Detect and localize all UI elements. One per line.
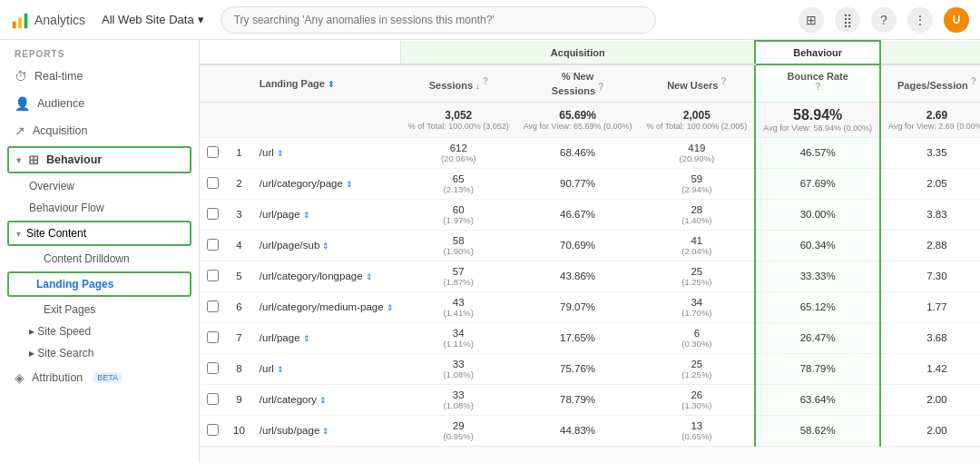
pct-new-help-icon[interactable]: ? xyxy=(598,82,603,92)
row-pages-2: 3.83 xyxy=(880,199,980,230)
table-body: 1 /url ⇕ 612 (20.06%) 68.46% 419 (20.90%… xyxy=(200,137,980,446)
behaviour-group-header: Behaviour xyxy=(755,41,880,64)
row-rank-8: 9 xyxy=(226,384,252,415)
row-checkbox-4[interactable] xyxy=(200,261,226,291)
app-name: Analytics xyxy=(34,13,85,27)
row-page-2[interactable]: /url/page ⇕ xyxy=(252,199,401,230)
app-logo: Analytics xyxy=(11,10,85,30)
summary-sessions: 3,052 % of Total: 100.00% (3,052) xyxy=(401,102,516,137)
bounce-rate-help-icon[interactable]: ? xyxy=(815,82,820,92)
row-checkbox-8[interactable] xyxy=(200,384,226,415)
row-page-sort-icon-0: ⇕ xyxy=(277,149,284,158)
svg-rect-2 xyxy=(24,13,28,28)
row-checkbox-0[interactable] xyxy=(200,137,226,168)
row-bounce-6: 26.47% xyxy=(755,322,880,353)
row-checkbox-2[interactable] xyxy=(200,199,226,230)
row-page-5[interactable]: /url/category/medium-page ⇕ xyxy=(252,291,401,322)
summary-pct-new: 65.69% Avg for View: 65.69% (0.00%) xyxy=(516,102,640,137)
sidebar-item-content-drilldown[interactable]: Content Drilldown xyxy=(0,248,199,270)
row-pct-new-2: 46.67% xyxy=(516,199,640,230)
summary-row: 3,052 % of Total: 100.00% (3,052) 65.69%… xyxy=(200,102,980,137)
row-checkbox-1[interactable] xyxy=(200,168,226,199)
row-checkbox-9[interactable] xyxy=(200,415,226,446)
row-page-sort-icon-4: ⇕ xyxy=(366,272,373,281)
checkbox-header xyxy=(200,64,226,102)
row-sessions-4: 57 (1.87%) xyxy=(401,261,516,291)
row-page-sort-icon-2: ⇕ xyxy=(303,211,310,220)
sidebar-label-landing-pages: Landing Pages xyxy=(36,278,113,291)
row-rank-0: 1 xyxy=(226,137,252,168)
sidebar-item-acquisition[interactable]: ↗ Acquisition xyxy=(0,117,199,144)
row-page-0[interactable]: /url ⇕ xyxy=(252,137,401,168)
row-rank-3: 4 xyxy=(226,230,252,261)
row-page-9[interactable]: /url/sub/page ⇕ xyxy=(252,415,401,446)
sessions-help-icon[interactable]: ? xyxy=(483,76,488,86)
audience-icon: 👤 xyxy=(15,96,30,111)
table-row: 1 /url ⇕ 612 (20.06%) 68.46% 419 (20.90%… xyxy=(200,137,980,168)
bounce-rate-header[interactable]: Bounce Rate ? xyxy=(755,64,880,102)
row-page-7[interactable]: /url ⇕ xyxy=(252,353,401,384)
row-sessions-0: 612 (20.06%) xyxy=(401,137,516,168)
beta-badge: BETA xyxy=(93,372,122,383)
sidebar-item-overview[interactable]: Overview xyxy=(0,175,199,197)
row-new-users-4: 25 (1.25%) xyxy=(639,261,755,291)
row-sessions-9: 29 (0.95%) xyxy=(401,415,516,446)
row-pages-5: 1.77 xyxy=(880,291,980,322)
pct-new-sessions-header[interactable]: % NewSessions ? xyxy=(516,64,640,102)
row-pages-8: 2.00 xyxy=(880,384,980,415)
row-bounce-2: 30.00% xyxy=(755,199,880,230)
user-avatar[interactable]: U xyxy=(944,7,969,33)
row-rank-6: 7 xyxy=(226,322,252,353)
row-new-users-6: 6 (0.30%) xyxy=(639,322,755,353)
row-rank-9: 10 xyxy=(226,415,252,446)
sidebar-item-site-search[interactable]: ▸ Site Search xyxy=(0,342,199,364)
sidebar-item-landing-pages[interactable]: Landing Pages xyxy=(7,271,191,297)
table-row: 10 /url/sub/page ⇕ 29 (0.95%) 44.83% 13 … xyxy=(200,415,980,446)
row-page-1[interactable]: /url/category/page ⇕ xyxy=(252,168,401,199)
search-input[interactable] xyxy=(220,6,656,34)
row-sessions-6: 34 (1.11%) xyxy=(401,322,516,353)
row-bounce-1: 67.69% xyxy=(755,168,880,199)
site-selector[interactable]: All Web Site Data ▾ xyxy=(94,9,211,30)
more-icon-btn[interactable]: ⋮ xyxy=(907,7,933,33)
help-icon-btn[interactable]: ? xyxy=(871,7,897,33)
new-users-help-icon[interactable]: ? xyxy=(720,76,726,86)
sidebar-item-realtime[interactable]: ⏱ Real-time xyxy=(0,63,199,90)
row-pages-7: 1.42 xyxy=(880,353,980,384)
row-new-users-5: 34 (1.70%) xyxy=(639,291,755,322)
row-page-3[interactable]: /url/page/sub ⇕ xyxy=(252,230,401,261)
row-page-8[interactable]: /url/category ⇕ xyxy=(252,384,401,415)
table-row: 9 /url/category ⇕ 33 (1.08%) 78.79% 26 (… xyxy=(200,384,980,415)
row-page-4[interactable]: /url/category/longpage ⇕ xyxy=(252,261,401,291)
row-pct-new-4: 43.86% xyxy=(516,261,640,291)
sidebar-item-behaviour[interactable]: ▾ ⊞ Behaviour xyxy=(7,146,191,173)
sessions-header[interactable]: Sessions ↓ ? xyxy=(401,64,516,102)
topbar: Analytics All Web Site Data ▾ ⊞ ⣿ ? ⋮ U xyxy=(0,0,980,40)
pages-session-help-icon[interactable]: ? xyxy=(971,76,976,86)
sidebar-item-attribution[interactable]: ◈ Attribution BETA xyxy=(0,364,199,391)
sidebar-item-audience[interactable]: 👤 Audience xyxy=(0,90,199,117)
row-checkbox-3[interactable] xyxy=(200,230,226,261)
row-bounce-5: 65.12% xyxy=(755,291,880,322)
sidebar-item-site-speed[interactable]: ▸ Site Speed xyxy=(0,320,199,342)
apps-icon-btn[interactable]: ⣿ xyxy=(835,7,860,33)
row-rank-7: 8 xyxy=(226,353,252,384)
new-users-header[interactable]: New Users ? xyxy=(639,64,755,102)
row-checkbox-7[interactable] xyxy=(200,353,226,384)
landing-page-sort-icon[interactable]: ⇕ xyxy=(328,80,335,89)
sidebar-item-behaviour-flow[interactable]: Behaviour Flow xyxy=(0,197,199,219)
realtime-icon: ⏱ xyxy=(15,69,27,84)
row-page-6[interactable]: /url/page ⇕ xyxy=(252,322,401,353)
analytics-logo-icon xyxy=(11,10,31,30)
attribution-icon: ◈ xyxy=(15,370,24,385)
main-layout: REPORTS ⏱ Real-time 👤 Audience ↗ Acquisi… xyxy=(0,40,980,463)
sidebar-item-site-content[interactable]: ▾ Site Content xyxy=(7,221,191,246)
row-bounce-9: 58.62% xyxy=(755,415,880,446)
sidebar-item-exit-pages[interactable]: Exit Pages xyxy=(0,299,199,320)
pages-session-header[interactable]: Pages/Session ? xyxy=(880,64,980,102)
row-checkbox-6[interactable] xyxy=(200,322,226,353)
row-sessions-1: 65 (2.13%) xyxy=(401,168,516,199)
row-checkbox-5[interactable] xyxy=(200,291,226,322)
table-row: 7 /url/page ⇕ 34 (1.11%) 17.65% 6 (0.30%… xyxy=(200,322,980,353)
grid-icon-btn[interactable]: ⊞ xyxy=(799,7,824,33)
